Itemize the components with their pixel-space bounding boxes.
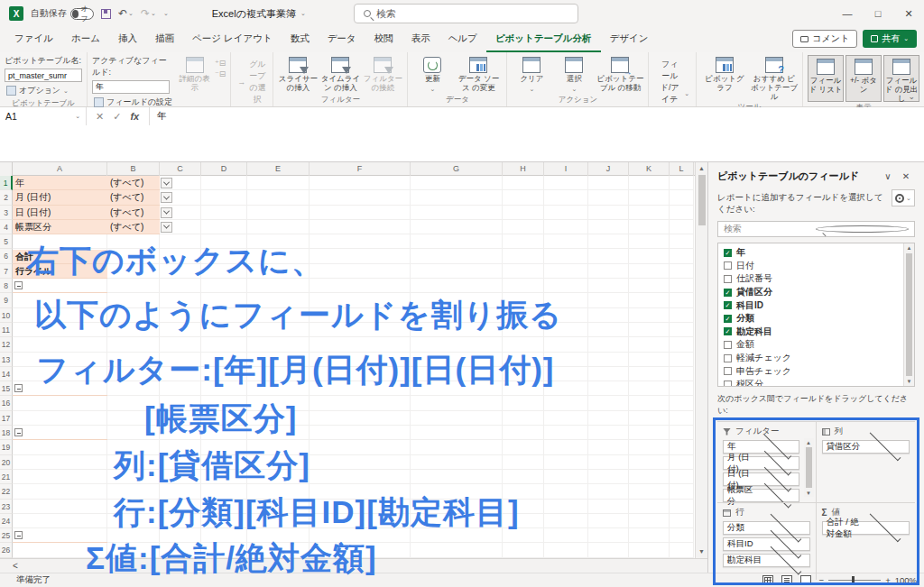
formula-content[interactable]: 年 [150, 107, 924, 161]
column-header[interactable]: A [13, 162, 107, 176]
filter-value-cell[interactable]: (すべて) [107, 176, 160, 190]
redo-button[interactable]: ↷⌄ [141, 7, 156, 20]
field-checkbox[interactable] [724, 354, 732, 362]
insert-timeline-button[interactable]: タイムライン の挿入 [320, 55, 360, 93]
column-header[interactable]: L [670, 162, 694, 176]
field-item[interactable]: 勘定科目 [724, 326, 901, 339]
field-checkbox[interactable] [724, 261, 732, 270]
group-selection-button[interactable]: →グループの選択 [236, 58, 268, 106]
cancel-icon[interactable]: ✕ [96, 111, 104, 123]
sheet-scroll-left-button[interactable]: < [13, 561, 18, 571]
filters-scrollbar[interactable]: ▲ ▼ [804, 438, 814, 497]
filter-connections-button[interactable]: フィルター の接続 [363, 55, 402, 93]
field-checkbox[interactable] [724, 289, 732, 297]
filter-field-cell[interactable]: 年 [13, 176, 107, 190]
row-header[interactable]: 6 [0, 249, 13, 263]
ribbon-tab[interactable]: ホーム [62, 28, 109, 52]
row-header[interactable]: 24 [0, 514, 13, 528]
grid-body[interactable]: 1234567891011121314151617181920212223242… [0, 176, 695, 558]
clear-button[interactable]: クリア⌄ [512, 55, 551, 93]
pivot-values-header-cell[interactable]: 合計 [13, 250, 107, 264]
field-checkbox[interactable] [724, 315, 732, 323]
document-title[interactable]: Excelの複式事業簿⌄ [212, 7, 306, 21]
field-checkbox[interactable] [724, 249, 732, 257]
scroll-down-icon[interactable]: ▼ [806, 489, 811, 497]
share-button[interactable]: 共有⌄ [863, 30, 917, 48]
search-box[interactable]: 検索 [354, 4, 578, 23]
drill-down-button[interactable]: 詳細の表示 [177, 55, 212, 93]
field-item[interactable]: 分類 [724, 312, 901, 326]
row-header[interactable]: 1 [0, 176, 13, 190]
pivot-row-labels-cell[interactable]: 行ラベル [13, 264, 107, 279]
collapse-field-icon[interactable]: ⁻⊟ [215, 69, 226, 78]
select-all-corner[interactable] [0, 162, 13, 176]
tools-button[interactable]: ⌄ [892, 189, 915, 206]
filter-dropdown-button[interactable] [161, 207, 172, 218]
scrollbar-thumb[interactable] [806, 447, 812, 488]
scroll-up-icon[interactable]: ▲ [806, 438, 811, 446]
customize-qat-button[interactable]: ⌄ [163, 10, 169, 17]
ribbon-tab[interactable]: デザイン [601, 28, 658, 52]
ribbon-tab[interactable]: ファイル [5, 28, 62, 52]
vertical-scrollbar[interactable]: ▲ ▼ [695, 162, 707, 558]
ribbon-tab[interactable]: 校閲 [365, 28, 402, 52]
insert-slicer-button[interactable]: スライサー の挿入 [278, 55, 318, 93]
fx-icon[interactable]: fx [130, 111, 139, 122]
column-header[interactable]: C [160, 162, 201, 176]
column-header[interactable]: K [629, 162, 670, 176]
field-item[interactable]: 金額 [724, 338, 901, 352]
row-header[interactable]: 18 [0, 426, 13, 440]
scrollbar-thumb[interactable] [906, 253, 912, 376]
row-header[interactable]: 10 [0, 308, 13, 323]
row-header[interactable]: 8 [0, 279, 13, 293]
field-checkbox[interactable] [724, 381, 732, 387]
pivot-name-input[interactable] [5, 69, 82, 82]
row-header[interactable]: 5 [0, 234, 13, 249]
column-header[interactable]: G [411, 162, 503, 176]
ribbon-tab[interactable]: ピボットテーブル分析 [486, 28, 601, 52]
row-header[interactable]: 13 [0, 353, 13, 367]
row-header[interactable]: 17 [0, 411, 13, 426]
row-header[interactable]: 25 [0, 528, 13, 543]
filter-field-cell[interactable]: 帳票区分 [13, 220, 107, 234]
filter-value-cell[interactable]: (すべて) [107, 220, 160, 234]
field-list-toggle[interactable]: フィール ド リスト [808, 55, 844, 102]
panel-close-button[interactable]: ✕ [897, 171, 915, 181]
row-header[interactable]: 4 [0, 220, 13, 234]
ribbon-tab[interactable]: 挿入 [109, 28, 146, 52]
field-checkbox[interactable] [724, 301, 732, 309]
zoom-slider[interactable] [828, 580, 881, 581]
field-item[interactable]: 日付 [724, 260, 901, 273]
row-header[interactable]: 9 [0, 293, 13, 307]
filter-dropdown-button[interactable] [161, 192, 172, 203]
pivotchart-button[interactable]: ピボットグラフ [701, 55, 748, 93]
change-data-source-button[interactable]: データ ソース の変更 [455, 55, 502, 93]
field-checkbox[interactable] [724, 341, 732, 349]
plus-minus-buttons-toggle[interactable]: +/- ボタン [845, 55, 882, 102]
filter-dropdown-button[interactable] [161, 222, 172, 233]
column-header[interactable]: I [544, 162, 588, 176]
collapse-button[interactable] [14, 531, 23, 539]
column-header[interactable]: E [247, 162, 310, 176]
options-button[interactable]: オプション⌄ [5, 84, 82, 97]
ribbon-tab[interactable]: 数式 [282, 28, 319, 52]
row-header[interactable]: 11 [0, 323, 13, 337]
collapse-ribbon-chevron[interactable]: ⌄ [908, 92, 915, 101]
row-header[interactable]: 7 [0, 264, 13, 279]
select-button[interactable]: 選択⌄ [554, 55, 594, 93]
undo-button[interactable]: ↶⌄ [118, 7, 134, 20]
name-box[interactable]: A1⌄ [0, 107, 87, 125]
collapse-button[interactable] [14, 281, 23, 289]
filter-value-cell[interactable]: (すべて) [107, 190, 160, 205]
autosave-toggle[interactable]: 自動保存 オフ [31, 7, 94, 20]
column-header[interactable]: H [503, 162, 544, 176]
field-item[interactable]: 貸借区分 [724, 286, 901, 299]
rows-area[interactable]: 行 分類科目ID勘定科目 [717, 502, 817, 580]
row-header[interactable]: 26 [0, 543, 13, 557]
area-field-pill[interactable]: 合計 / 絶対金額 [822, 521, 910, 535]
close-button[interactable]: ✕ [893, 0, 924, 27]
scrollbar-thumb[interactable] [698, 175, 706, 225]
ribbon-tab[interactable]: 表示 [402, 28, 439, 52]
fields-search-input[interactable]: 検索 [717, 221, 915, 237]
filter-field-cell[interactable]: 日 (日付) [13, 206, 107, 220]
